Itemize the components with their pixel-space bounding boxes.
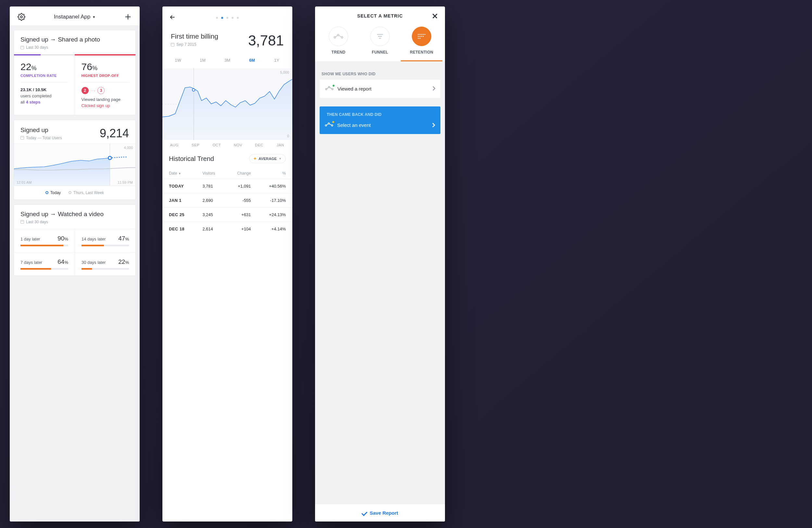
table-header[interactable]: Date ▼: [162, 168, 196, 179]
caret-down-icon: ▼: [92, 15, 96, 19]
svg-point-9: [421, 34, 422, 35]
xaxis-label: SEP: [185, 143, 206, 147]
funnel-card[interactable]: Signed up → Shared a photo Last 30 days …: [14, 30, 136, 115]
range-1w[interactable]: 1W: [166, 55, 190, 65]
average-icon: ✦: [253, 156, 257, 161]
nodes-yellow-icon: [325, 122, 333, 128]
retention-value: 90%: [58, 235, 68, 242]
retention-value: 64%: [58, 258, 68, 266]
range-1y[interactable]: 1Y: [264, 55, 289, 65]
cell-date: TODAY: [162, 179, 196, 193]
totals-sub: Today — Total Users: [20, 136, 62, 140]
save-report-button[interactable]: Save Report: [315, 504, 445, 522]
cell-change: -555: [226, 193, 257, 208]
svg-point-0: [20, 16, 23, 18]
retention-bar: [20, 268, 68, 270]
totals-legend: Today Thurs, Last Week: [14, 186, 135, 200]
retention-card[interactable]: Signed up → Watched a video Last 30 days…: [14, 205, 136, 276]
select-return-event[interactable]: Select an event: [325, 117, 435, 134]
select-metric-header: SELECT A METRIC: [315, 6, 445, 19]
xaxis-label: DEC: [248, 143, 270, 147]
caret-down-icon: ▼: [279, 157, 281, 160]
cell-date: JAN 1: [162, 193, 196, 208]
section-first-event: SHOW ME USERS WHO DID Viewed a report: [320, 72, 440, 98]
retention-card-title: Signed up → Watched a video: [20, 211, 129, 218]
main-chart[interactable]: 5,000 0: [162, 69, 292, 140]
tab-trend[interactable]: TREND: [318, 27, 359, 61]
settings-icon[interactable]: [17, 13, 25, 21]
tab-label: TREND: [318, 50, 359, 55]
cell-change: +1,091: [226, 179, 257, 193]
totals-card[interactable]: Signed up Today — Total Users 9,214 4,00…: [14, 120, 136, 200]
cell-pct: -17.10%: [257, 193, 292, 208]
table-row[interactable]: DEC 18 2,614 +104 +4.14%: [162, 222, 292, 236]
app-name: Instapanel App: [54, 14, 90, 20]
totals-header: Signed up Today — Total Users 9,214: [14, 120, 135, 140]
tab-funnel[interactable]: FUNNEL: [359, 27, 401, 61]
retention-bar: [82, 268, 129, 270]
svg-point-7: [418, 34, 419, 35]
check-icon: [362, 510, 367, 516]
page-indicator[interactable]: [216, 17, 239, 19]
totals-title: Signed up: [20, 126, 62, 134]
retention-date-range: Last 30 days: [20, 220, 129, 224]
retention-label: 7 days later: [20, 260, 42, 265]
select-metric-body: SHOW ME USERS WHO DID Viewed a report TH…: [315, 61, 445, 504]
screen-select-metric: SELECT A METRIC TREND FUNNEL RETENTION S…: [315, 6, 445, 522]
range-6m[interactable]: 6M: [240, 55, 264, 65]
back-icon[interactable]: [169, 14, 176, 22]
calendar-icon: [171, 43, 174, 46]
average-selector[interactable]: ✦ AVERAGE ▼: [249, 154, 286, 163]
table-header[interactable]: %: [257, 168, 292, 179]
tab-retention[interactable]: RETENTION: [401, 27, 443, 61]
table-row[interactable]: JAN 1 2,690 -555 -17.10%: [162, 193, 292, 208]
range-1m[interactable]: 1M: [190, 55, 215, 65]
table-row[interactable]: DEC 25 3,245 +631 +24.13%: [162, 208, 292, 222]
selected-event-label: Viewed a report: [337, 86, 372, 91]
table-header[interactable]: Visitors: [196, 168, 226, 179]
table-row[interactable]: TODAY 3,781 +1,091 +40.56%: [162, 179, 292, 193]
section-label: THEN CAME BACK AND DID: [327, 112, 433, 117]
calendar-icon: [20, 46, 24, 49]
close-icon[interactable]: [432, 13, 438, 19]
select-first-event[interactable]: Viewed a report: [320, 79, 440, 98]
detail-header: [162, 6, 292, 25]
detail-summary: First time billing Sep 7 2015 3,781: [162, 25, 292, 52]
app-header: Instapanel App ▼: [10, 6, 140, 25]
completion-label: COMPLETION RATE: [20, 74, 68, 78]
svg-point-15: [423, 36, 423, 37]
retention-label: 1 day later: [20, 237, 40, 241]
dot-today-icon: [45, 191, 48, 194]
section-label: SHOW ME USERS WHO DID: [321, 72, 438, 76]
tab-label: FUNNEL: [359, 50, 401, 55]
step-to-badge: 3: [98, 87, 105, 94]
funnel-date-range: Last 30 days: [20, 45, 129, 50]
chart-xstart: 12:01 AM: [17, 180, 31, 184]
table-header[interactable]: Change: [226, 168, 257, 179]
svg-point-12: [418, 36, 419, 37]
cell-visitors: 3,781: [196, 179, 226, 193]
cell-visitors: 2,614: [196, 222, 226, 236]
svg-point-17: [419, 37, 420, 39]
xaxis-label: JAN: [270, 143, 291, 147]
calendar-icon: [20, 136, 24, 139]
legend-compare: Thurs, Last Week: [69, 191, 104, 195]
cell-visitors: 2,690: [196, 193, 226, 208]
retention-card-header: Signed up → Watched a video Last 30 days: [14, 205, 135, 229]
totals-value: 9,214: [100, 126, 129, 140]
xaxis-label: NOV: [227, 143, 248, 147]
detail-date: Sep 7 2015: [171, 42, 218, 47]
retention-cell: 1 day later90%: [14, 229, 75, 252]
totals-sparkline: 4,000 12:01 AM 11:59 PM: [14, 144, 135, 186]
screen-dashboard: Instapanel App ▼ Signed up → Shared a ph…: [10, 6, 140, 522]
add-icon[interactable]: [124, 13, 132, 21]
range-3m[interactable]: 3M: [215, 55, 240, 65]
app-selector[interactable]: Instapanel App ▼: [54, 14, 96, 20]
range-selector: 1W1M3M6M1Y: [162, 52, 292, 69]
funnel-stats: 22% COMPLETION RATE 23.1K / 10.5K users …: [14, 56, 135, 115]
historical-title: Historical Trend: [169, 155, 214, 163]
funnel-card-title: Signed up → Shared a photo: [20, 36, 129, 43]
retention-bar: [20, 245, 68, 246]
cell-pct: +40.56%: [257, 179, 292, 193]
svg-point-10: [423, 34, 423, 35]
